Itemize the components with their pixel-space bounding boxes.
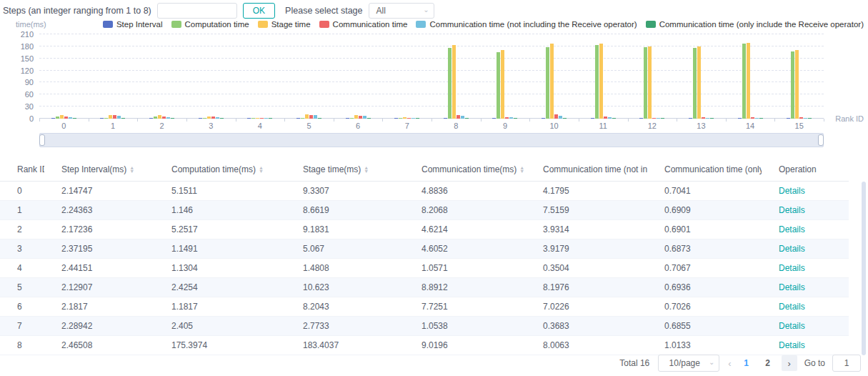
steps-input[interactable] xyxy=(157,3,237,19)
table-cell: 5.2517 xyxy=(154,219,286,239)
stage-select[interactable]: All ⌄ xyxy=(369,3,434,19)
details-link[interactable]: Details xyxy=(779,302,805,312)
bar xyxy=(158,115,161,119)
next-page-button[interactable]: › xyxy=(782,355,797,371)
legend-item[interactable]: Stage time xyxy=(258,20,311,29)
details-link[interactable]: Details xyxy=(779,321,805,331)
prev-page-button[interactable]: ‹ xyxy=(727,358,732,369)
page-number-button[interactable]: 1 xyxy=(740,358,753,368)
chevron-down-icon: ⌄ xyxy=(709,358,714,366)
bar xyxy=(702,117,705,119)
bar xyxy=(742,44,746,119)
legend-item[interactable]: Computation time xyxy=(171,20,249,29)
table-cell: 2.4254 xyxy=(154,277,286,297)
sort-icon[interactable]: ▲▼ xyxy=(259,166,264,173)
datazoom-slider[interactable] xyxy=(39,133,824,147)
pagination-total: Total 16 xyxy=(619,358,649,368)
bar xyxy=(604,117,607,119)
legend-item[interactable]: Communication time (not including the Re… xyxy=(416,20,637,29)
page-number-button[interactable]: 2 xyxy=(762,358,774,368)
column-header[interactable]: Communication time(ms)▲▼ xyxy=(404,159,526,181)
bar xyxy=(216,117,219,119)
bar xyxy=(759,118,763,119)
bar xyxy=(457,115,460,119)
bar xyxy=(354,115,358,119)
bar-group-rank-15 xyxy=(774,34,824,119)
x-tick-label: 15 xyxy=(774,122,824,130)
bar xyxy=(693,48,697,119)
table-cell: 0.6909 xyxy=(647,200,762,219)
details-link[interactable]: Details xyxy=(779,263,805,273)
profiler-page: Steps (an integer ranging from 1 to 8) O… xyxy=(0,0,868,376)
table-cell: 2.12907 xyxy=(44,277,154,297)
bar xyxy=(247,118,251,119)
legend-swatch-icon xyxy=(258,21,268,28)
datazoom-left-handle[interactable] xyxy=(39,134,45,146)
ok-button[interactable]: OK xyxy=(243,3,275,19)
column-header-label: Rank ID xyxy=(17,164,44,174)
bar xyxy=(509,117,513,119)
stage-select-value: All xyxy=(376,6,386,16)
details-link[interactable]: Details xyxy=(779,340,805,350)
table-row: 32.371951.14915.0674.60523.91790.6873Det… xyxy=(0,239,849,258)
legend-label: Communication time xyxy=(333,20,408,29)
table-cell: 1.4808 xyxy=(286,258,404,277)
chevron-down-icon: ⌄ xyxy=(423,6,429,14)
y-tick-label: 120 xyxy=(2,66,34,75)
table-row: 72.289422.4052.77331.05380.36830.6855Det… xyxy=(0,316,849,335)
x-tick-label: 8 xyxy=(431,122,481,130)
bar xyxy=(591,118,594,119)
table-cell: 4 xyxy=(0,258,44,277)
sort-icon[interactable]: ▲▼ xyxy=(129,166,134,173)
column-header: Operation xyxy=(762,159,849,181)
legend-item[interactable]: Communication time xyxy=(319,20,408,29)
bar xyxy=(738,118,742,119)
bar xyxy=(104,118,108,119)
details-link[interactable]: Details xyxy=(779,244,805,254)
column-header[interactable]: Communication time (not inc...▲▼ xyxy=(526,159,647,181)
table-cell: 0.7026 xyxy=(647,297,762,316)
table-cell: 8.1976 xyxy=(526,277,647,297)
operation-cell: Details xyxy=(762,335,849,355)
legend-swatch-icon xyxy=(319,21,329,28)
legend-item[interactable]: Step Interval xyxy=(103,20,163,29)
bar-group-rank-10 xyxy=(529,34,579,119)
column-header[interactable]: Communication time (only in...▲▼ xyxy=(647,159,762,181)
bar xyxy=(56,117,59,119)
y-tick-label: 210 xyxy=(2,30,34,39)
details-link[interactable]: Details xyxy=(779,224,805,234)
table-cell: 1.0538 xyxy=(404,316,526,335)
table-cell: 2.14747 xyxy=(44,181,154,200)
bar xyxy=(795,50,799,119)
table-vertical-scrollbar[interactable] xyxy=(862,182,866,355)
page-size-select[interactable]: 10/page ⌄ xyxy=(658,355,719,372)
table-cell: 0.7067 xyxy=(647,258,762,277)
legend-item[interactable]: Communication time (only include the Rec… xyxy=(646,20,864,29)
y-tick-label: 180 xyxy=(2,42,34,51)
details-link[interactable]: Details xyxy=(779,205,805,215)
sort-icon[interactable]: ▲▼ xyxy=(364,166,369,173)
column-header[interactable]: Stage time(ms)▲▼ xyxy=(286,159,404,181)
bar xyxy=(251,118,255,119)
table-cell: 7.0226 xyxy=(526,297,647,316)
bar xyxy=(747,43,750,119)
bar-group-rank-2 xyxy=(137,34,186,119)
column-header[interactable]: Step Interval(ms)▲▼ xyxy=(44,159,154,181)
bar xyxy=(444,118,447,119)
bar xyxy=(755,118,759,119)
sort-icon[interactable]: ▲▼ xyxy=(519,166,524,173)
details-link[interactable]: Details xyxy=(779,282,805,292)
legend-swatch-icon xyxy=(646,21,656,28)
datazoom-right-handle[interactable] xyxy=(818,134,824,146)
goto-page-input[interactable] xyxy=(832,355,861,372)
x-tick-label: 6 xyxy=(334,122,383,130)
table-cell: 4.6214 xyxy=(404,219,526,239)
table-cell: 0 xyxy=(0,181,44,200)
stage-label: Please select stage xyxy=(285,6,362,16)
bar xyxy=(612,118,616,119)
column-header[interactable]: Computation time(ms)▲▼ xyxy=(154,159,286,181)
top-controls: Steps (an integer ranging from 1 to 8) O… xyxy=(0,0,868,19)
table-cell: 8.2043 xyxy=(286,297,404,316)
details-link[interactable]: Details xyxy=(779,186,805,196)
bar xyxy=(804,118,807,119)
